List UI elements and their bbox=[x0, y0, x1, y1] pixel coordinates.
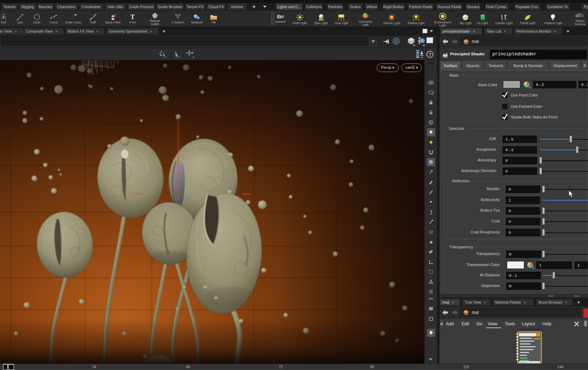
svg-text:T: T bbox=[130, 13, 135, 21]
svg-text:?: ? bbox=[429, 52, 431, 57]
svg-text:12: 12 bbox=[429, 230, 433, 234]
svg-text:abc: abc bbox=[429, 297, 433, 300]
